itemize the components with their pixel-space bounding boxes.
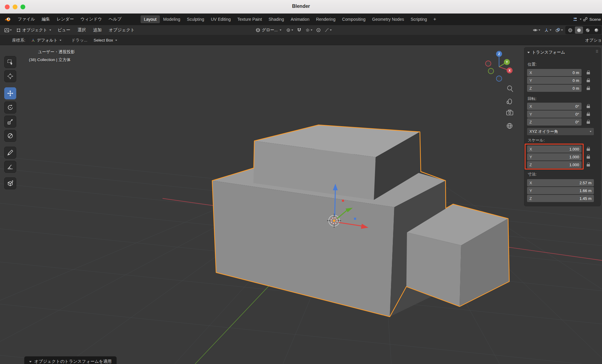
scale-y-lock[interactable] xyxy=(585,153,591,160)
annotate-tool[interactable] xyxy=(4,147,16,159)
menu-view[interactable]: ビュー xyxy=(54,27,73,33)
rotate-tool[interactable] xyxy=(4,101,16,114)
header-right-group xyxy=(531,25,602,35)
nav-axis-x-neg[interactable] xyxy=(486,61,491,66)
snap-target-button[interactable] xyxy=(304,27,314,33)
zoom-button-viewport[interactable] xyxy=(507,86,513,92)
gizmo-plane-handle-z[interactable] xyxy=(354,218,356,220)
rotation-y-field[interactable]: Y 0° xyxy=(527,110,582,118)
select-box-tool[interactable] xyxy=(4,56,16,68)
mode-dropdown[interactable]: オブジェクト xyxy=(14,26,53,34)
rendered-sphere-icon xyxy=(594,28,599,33)
scale-tool[interactable] xyxy=(4,116,16,128)
scale-y-field[interactable]: Y 1.000 xyxy=(527,153,582,160)
blender-logo-icon[interactable] xyxy=(4,16,11,23)
tab-compositing[interactable]: Compositing xyxy=(339,15,369,23)
operator-panel[interactable]: オブジェクトのトランスフォームを適用 xyxy=(24,356,117,364)
measure-icon xyxy=(7,163,14,170)
tab-animation[interactable]: Animation xyxy=(287,15,313,23)
position-z-lock[interactable] xyxy=(585,85,591,92)
tab-shading[interactable]: Shading xyxy=(265,15,287,23)
position-z-field[interactable]: Z 0 m xyxy=(527,85,582,92)
menu-select[interactable]: 選択 xyxy=(75,27,89,33)
shading-rendered-button[interactable] xyxy=(592,26,600,34)
gizmo-z-arrow[interactable] xyxy=(335,190,335,216)
menu-file[interactable]: ファイル xyxy=(14,17,38,22)
shading-wireframe-button[interactable] xyxy=(566,26,574,34)
position-y-field[interactable]: Y 0 m xyxy=(527,77,582,84)
rotation-x-field[interactable]: X 0° xyxy=(527,103,582,110)
snap-toggle-button[interactable] xyxy=(296,27,303,33)
gizmos-dropdown[interactable] xyxy=(543,27,553,33)
dimension-x-field[interactable]: X 2.57 m xyxy=(527,179,594,186)
gizmo-plane-handle-x[interactable] xyxy=(342,200,344,202)
ortho-grid-button[interactable] xyxy=(507,123,512,129)
nav-axis-z-neg[interactable] xyxy=(496,76,502,81)
add-cube-tool[interactable] xyxy=(4,177,16,189)
transform-tool[interactable] xyxy=(4,130,16,142)
nav-gizmo[interactable]: Y X Z xyxy=(486,51,513,81)
tab-geometry-nodes[interactable]: Geometry Nodes xyxy=(369,15,407,23)
chevron-down-icon xyxy=(291,30,293,31)
scale-x-field[interactable]: X 1.000 xyxy=(527,145,582,153)
shading-solid-button[interactable] xyxy=(575,26,583,34)
lock-open-icon xyxy=(587,156,590,159)
pan-hand-button[interactable] xyxy=(507,99,512,104)
tab-texture-paint[interactable]: Texture Paint xyxy=(234,15,265,23)
measure-tool[interactable] xyxy=(4,161,16,173)
rotation-x-lock[interactable] xyxy=(585,103,591,110)
position-x-lock[interactable] xyxy=(585,69,591,76)
menu-object[interactable]: オブジェクト xyxy=(106,27,138,33)
transform-orientation-dropdown[interactable]: グロー... xyxy=(253,26,284,34)
tool-settings-bar: 座標系: デフォルト ドラッ... Select Box オプション xyxy=(0,35,602,45)
camera-view-button[interactable] xyxy=(507,110,513,115)
rotation-z-lock[interactable] xyxy=(585,118,591,126)
pivot-point-button[interactable] xyxy=(285,27,294,33)
rotation-y-lock[interactable] xyxy=(585,110,591,118)
tab-uv-editing[interactable]: UV Editing xyxy=(207,15,234,23)
nav-axis-y-neg[interactable] xyxy=(488,68,494,74)
scale-x-lock[interactable] xyxy=(585,145,591,153)
annotate-pen-icon xyxy=(7,149,14,156)
add-workspace-button[interactable]: + xyxy=(430,17,439,22)
panel-grip-icon[interactable]: ⠿ xyxy=(595,49,598,54)
move-tool[interactable] xyxy=(4,87,16,99)
tab-sculpting[interactable]: Sculpting xyxy=(184,15,208,23)
scene-selector[interactable]: Scene xyxy=(573,14,602,25)
menu-edit[interactable]: 編集 xyxy=(38,17,53,22)
position-y-lock[interactable] xyxy=(585,77,591,84)
lock-open-icon xyxy=(587,121,590,124)
move-icon xyxy=(7,90,14,97)
options-button[interactable]: オプション xyxy=(585,38,602,43)
viewport-3d[interactable]: Y X Z xyxy=(0,45,602,364)
scale-z-lock[interactable] xyxy=(585,161,591,168)
rotation-mode-dropdown[interactable]: XYZ オイラー角 xyxy=(527,128,594,135)
cursor-tool[interactable] xyxy=(4,70,16,82)
lock-open-icon xyxy=(587,80,590,82)
transform-panel-header[interactable]: トランスフォーム xyxy=(527,50,565,55)
falloff-dropdown[interactable] xyxy=(323,27,333,33)
tab-scripting[interactable]: Scripting xyxy=(407,15,430,23)
visibility-dropdown[interactable] xyxy=(531,27,541,33)
tab-modeling[interactable]: Modeling xyxy=(160,15,184,23)
position-x-field[interactable]: X 0 m xyxy=(527,69,582,76)
shading-material-button[interactable] xyxy=(584,26,592,34)
selected-object[interactable] xyxy=(212,125,509,317)
select-mode-dropdown[interactable]: Select Box xyxy=(92,37,119,44)
proportional-edit-button[interactable] xyxy=(315,27,322,33)
workspace-tabs: Layout Modeling Sculpting UV Editing Tex… xyxy=(141,15,439,23)
menu-window[interactable]: ウィンドウ xyxy=(77,17,105,22)
rotation-z-field[interactable]: Z 0° xyxy=(527,118,582,126)
menu-add[interactable]: 追加 xyxy=(90,27,105,33)
editor-type-button[interactable] xyxy=(3,27,13,34)
menu-render[interactable]: レンダー xyxy=(53,17,77,22)
dimension-y-field[interactable]: Y 1.66 m xyxy=(527,187,594,194)
overlays-dropdown[interactable] xyxy=(554,27,564,33)
coord-system-dropdown[interactable]: デフォルト xyxy=(29,36,64,44)
menu-help[interactable]: ヘルプ xyxy=(105,17,125,22)
scale-z-field[interactable]: Z 1.000 xyxy=(527,161,582,168)
tab-rendering[interactable]: Rendering xyxy=(313,15,339,23)
tab-layout[interactable]: Layout xyxy=(141,15,160,23)
lock-open-icon xyxy=(587,148,590,151)
dimension-z-field[interactable]: Z 1.45 m xyxy=(527,195,594,202)
